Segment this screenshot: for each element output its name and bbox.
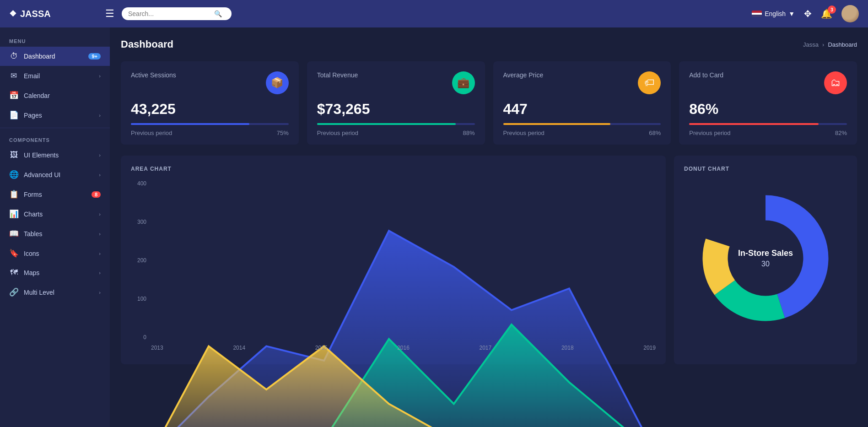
breadcrumb-root[interactable]: Jassa (803, 41, 819, 48)
bell-badge: 3 (828, 5, 836, 14)
stat-card-value-2: 447 (503, 101, 661, 118)
x-label-2014: 2014 (233, 345, 245, 351)
sidebar-item-advanced-ui[interactable]: 🌐 Advanced UI › (0, 165, 110, 184)
stat-card-title-1: Total Revenue (317, 71, 358, 79)
sidebar-item-maps[interactable]: 🗺 Maps › (0, 263, 110, 282)
chevron-right-icon-9: › (99, 290, 101, 295)
stat-card-icon-3: 🗂 (824, 71, 847, 94)
stat-card-period-label-3: Previous period (689, 130, 730, 136)
donut-center-text: In-Store Sales 30 (738, 249, 793, 268)
stat-card-active-sessions: Active Sessions 📦 43,225 Previous period… (121, 61, 299, 145)
stat-card-footer-0: Previous period 75% (131, 130, 289, 136)
search-icon: 🔍 (214, 10, 222, 17)
sidebar-item-tables[interactable]: 📖 Tables › (0, 224, 110, 243)
search-input[interactable] (128, 10, 210, 17)
stat-card-title-3: Add to Card (689, 71, 723, 79)
sidebar-label-advanced-ui: Advanced UI (24, 171, 93, 178)
main-layout: MENU ⏱ Dashboard 9+ ✉ Email › 📅 Calendar… (0, 27, 868, 427)
stat-card-icon-2: 🏷 (638, 71, 661, 94)
advanced-ui-icon: 🌐 (9, 170, 18, 179)
stat-card-bar-2 (503, 123, 610, 125)
stat-card-header-0: Active Sessions 📦 (131, 71, 289, 94)
topnav: ❖ JASSA ☰ 🔍 English ▼ ✥ 🔔 3 (0, 0, 868, 27)
stat-card-value-3: 86% (689, 101, 847, 118)
sidebar-item-forms[interactable]: 📋 Forms 8 (0, 184, 110, 204)
sidebar-item-email[interactable]: ✉ Email › (0, 66, 110, 86)
chevron-down-icon: ▼ (788, 10, 795, 17)
stat-card-value-1: $73,265 (317, 101, 475, 118)
sidebar-item-icons[interactable]: 🔖 Icons › (0, 243, 110, 263)
chevron-right-icon: › (99, 73, 101, 79)
stat-cards-grid: Active Sessions 📦 43,225 Previous period… (121, 61, 857, 145)
area-chart-title: AREA CHART (131, 166, 656, 172)
donut-chart-card: DONUT CHART (674, 156, 857, 364)
stat-card-bar-bg-1 (317, 123, 475, 125)
main-content: Dashboard Jassa › Dashboard Active Sessi… (110, 27, 868, 427)
charts-row: AREA CHART 400 300 200 100 0 (121, 156, 857, 364)
stat-card-period-value-2: 68% (649, 130, 661, 136)
sidebar-label-dashboard: Dashboard (24, 53, 83, 60)
chevron-right-icon-5: › (99, 211, 101, 217)
x-label-2015: 2015 (315, 345, 328, 351)
sidebar-item-calendar[interactable]: 📅 Calendar (0, 86, 110, 105)
hamburger-button[interactable]: ☰ (105, 8, 114, 20)
stat-card-period-value-3: 82% (835, 130, 847, 136)
area-chart-container: 400 300 200 100 0 (131, 180, 656, 354)
flag-icon (752, 11, 762, 17)
stat-card-footer-2: Previous period 68% (503, 130, 661, 136)
sidebar-label-calendar: Calendar (24, 92, 101, 99)
sidebar-label-forms: Forms (24, 191, 86, 198)
stat-card-header-3: Add to Card 🗂 (689, 71, 847, 94)
y-label-400: 400 (131, 180, 149, 187)
stat-card-icon-0: 📦 (266, 71, 289, 94)
chevron-right-icon-2: › (99, 113, 101, 118)
ui-elements-icon: 🖼 (9, 151, 18, 160)
sidebar-item-charts[interactable]: 📊 Charts › (0, 204, 110, 224)
stat-card-bar-3 (689, 123, 819, 125)
sidebar-item-pages[interactable]: 📄 Pages › (0, 105, 110, 125)
sidebar-label-ui-elements: UI Elements (24, 151, 93, 159)
x-label-2017: 2017 (480, 345, 492, 351)
stat-card-period-value-0: 75% (277, 130, 289, 136)
donut-center-label: In-Store Sales (738, 249, 793, 258)
stat-card-header-2: Average Price 🏷 (503, 71, 661, 94)
chevron-right-icon-7: › (99, 251, 101, 256)
sidebar-item-ui-elements[interactable]: 🖼 UI Elements › (0, 146, 110, 165)
sidebar-label-tables: Tables (24, 230, 93, 238)
stat-card-header-1: Total Revenue 💼 (317, 71, 475, 94)
chevron-right-icon-3: › (99, 152, 101, 158)
stat-card-period-value-1: 88% (463, 130, 474, 136)
stat-card-title-0: Active Sessions (131, 71, 176, 79)
area-chart-yaxis: 400 300 200 100 0 (131, 180, 149, 341)
donut-chart-title: DONUT CHART (684, 166, 847, 172)
language-selector[interactable]: English ▼ (752, 10, 795, 17)
stat-card-period-label-2: Previous period (503, 130, 545, 136)
sidebar-label-charts: Charts (24, 211, 93, 218)
sidebar-label-icons: Icons (24, 250, 93, 257)
sidebar-label-multi-level: Multi Level (24, 289, 93, 296)
stat-card-period-label-0: Previous period (131, 130, 172, 136)
stat-card-bar-bg-3 (689, 123, 847, 125)
stat-card-icon-1: 💼 (452, 71, 475, 94)
sidebar: MENU ⏱ Dashboard 9+ ✉ Email › 📅 Calendar… (0, 27, 110, 427)
icons-icon: 🔖 (9, 249, 18, 258)
page-title: Dashboard (121, 38, 173, 50)
components-section-label: COMPONENTS (0, 131, 110, 146)
topnav-right: English ▼ ✥ 🔔 3 (752, 5, 859, 22)
area-chart-card: AREA CHART 400 300 200 100 0 (121, 156, 666, 364)
sidebar-label-maps: Maps (24, 269, 93, 276)
app-name: JASSA (20, 9, 51, 19)
user-avatar[interactable] (841, 5, 859, 22)
breadcrumb-current: Dashboard (828, 41, 857, 48)
notification-bell[interactable]: 🔔 3 (821, 8, 832, 19)
sidebar-item-dashboard[interactable]: ⏱ Dashboard 9+ (0, 47, 110, 66)
stat-card-title-2: Average Price (503, 71, 544, 79)
forms-badge: 8 (92, 191, 101, 198)
stat-card-bar-bg-2 (503, 123, 661, 125)
charts-icon: 📊 (9, 209, 18, 219)
breadcrumb: Jassa › Dashboard (803, 41, 857, 48)
forms-icon: 📋 (9, 189, 18, 199)
sidebar-item-multi-level[interactable]: 🔗 Multi Level › (0, 282, 110, 302)
app-logo: ❖ JASSA (9, 9, 96, 19)
fullscreen-button[interactable]: ✥ (804, 8, 812, 19)
